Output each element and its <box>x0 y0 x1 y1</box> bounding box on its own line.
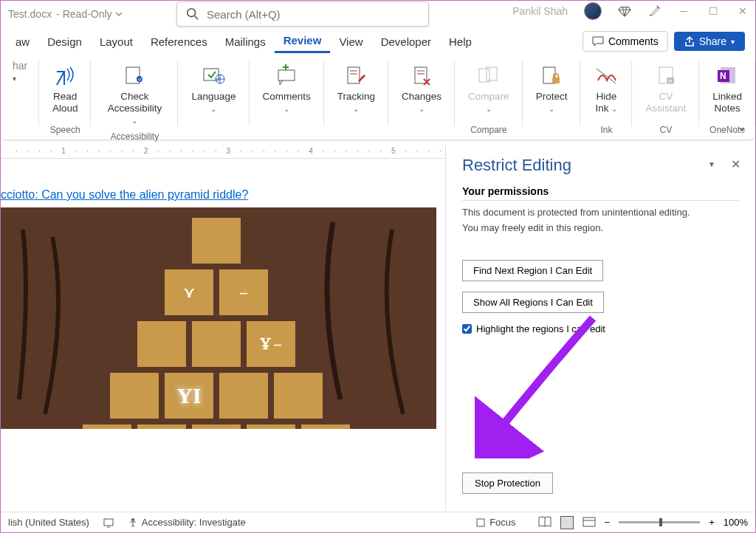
svg-point-0 <box>188 9 196 17</box>
tab-mailings[interactable]: Mailings <box>216 31 275 52</box>
pen-icon[interactable] <box>647 4 661 18</box>
svg-rect-30 <box>583 517 595 526</box>
tab-draw[interactable]: aw <box>7 31 38 52</box>
zoom-slider[interactable] <box>619 521 700 523</box>
read-mode-icon[interactable] <box>538 516 551 529</box>
comments-label: Comments <box>608 35 659 47</box>
tab-layout[interactable]: Layout <box>91 31 142 52</box>
svg-rect-15 <box>479 69 489 82</box>
tracking-button[interactable]: Tracking⌄ <box>330 60 382 117</box>
find-next-region-button[interactable]: Find Next Region I Can Edit <box>462 260 603 281</box>
svg-point-28 <box>131 518 134 521</box>
editor-drop[interactable]: har ▾ <box>13 60 33 83</box>
status-bar: lish (United States) Accessibility: Inve… <box>1 512 755 532</box>
print-layout-icon[interactable] <box>560 516 574 529</box>
permissions-text-2: You may freely edit in this region. <box>462 221 739 236</box>
read-aloud-button[interactable]: ReadAloud <box>45 60 86 117</box>
embedded-image[interactable]: ⋎ – Ұ – ΥI ⋃ ⋎ <box>1 207 436 429</box>
svg-rect-6 <box>278 70 295 80</box>
share-label: Share <box>699 35 726 47</box>
minimize-button[interactable]: ─ <box>677 4 690 18</box>
language-button[interactable]: Language⌄ <box>184 60 243 117</box>
svg-rect-9 <box>348 67 360 83</box>
search-icon <box>186 7 199 21</box>
zoom-out-button[interactable]: − <box>605 517 611 528</box>
permissions-text-1: This document is protected from unintent… <box>462 205 739 221</box>
tab-developer[interactable]: Developer <box>372 31 440 52</box>
share-icon <box>684 36 695 47</box>
pane-options-icon[interactable]: ▼ <box>708 160 715 168</box>
compare-button[interactable]: Compare⌄ <box>461 60 517 117</box>
cv-assistant-button[interactable]: in CVAssistant <box>638 60 693 117</box>
chevron-down-icon: ▾ <box>731 38 735 46</box>
svg-text:N: N <box>720 71 726 81</box>
highlight-label: Highlight the regions I can edit <box>476 323 605 334</box>
zoom-level[interactable]: 100% <box>724 517 748 528</box>
diamond-icon[interactable] <box>618 4 631 18</box>
tab-review[interactable]: Review <box>275 30 331 53</box>
page[interactable]: cciotto: Can you solve the alien pyramid… <box>1 159 445 510</box>
svg-line-1 <box>195 16 199 20</box>
group-label: Accessibility <box>111 130 159 143</box>
chevron-down-icon <box>115 10 123 18</box>
tab-help[interactable]: Help <box>440 31 481 52</box>
display-settings-icon[interactable] <box>103 517 114 529</box>
svg-text:in: in <box>668 78 673 83</box>
group-label: Speech <box>50 123 80 137</box>
highlight-regions-checkbox[interactable]: Highlight the regions I can edit <box>462 323 739 334</box>
zoom-in-button[interactable]: + <box>709 517 715 528</box>
share-button[interactable]: Share ▾ <box>674 32 745 51</box>
collapse-ribbon-icon[interactable]: ⌄ <box>737 120 746 134</box>
group-label: CV <box>659 123 672 137</box>
maximize-button[interactable]: ☐ <box>707 4 720 18</box>
tab-view[interactable]: View <box>330 31 371 52</box>
stop-protection-button[interactable]: Stop Protection <box>462 472 553 494</box>
readonly-label: - Read-Only <box>56 8 111 20</box>
show-all-regions-button[interactable]: Show All Regions I Can Edit <box>462 292 604 313</box>
permissions-heading: Your permissions <box>462 185 739 201</box>
highlight-checkbox-input[interactable] <box>462 324 472 334</box>
svg-rect-26 <box>104 519 113 526</box>
readonly-badge[interactable]: - Read-Only <box>56 8 122 20</box>
language-status[interactable]: lish (United States) <box>8 517 89 528</box>
document-name: Test.docx <box>8 8 52 20</box>
avatar[interactable] <box>584 2 602 20</box>
search-input[interactable] <box>207 8 419 21</box>
changes-button[interactable]: Changes⌄ <box>394 60 449 117</box>
svg-rect-29 <box>477 519 484 526</box>
linked-notes-button[interactable]: N LinkedNotes <box>705 60 749 117</box>
group-label: Compare <box>470 123 506 137</box>
tab-references[interactable]: References <box>142 31 216 52</box>
tab-bar: aw Design Layout References Mailings Rev… <box>1 27 755 55</box>
close-icon[interactable]: ✕ <box>731 157 740 171</box>
close-button[interactable]: ✕ <box>736 4 749 18</box>
hide-ink-button[interactable]: HideInk ⌄ <box>586 60 626 117</box>
comments-button[interactable]: Comments <box>583 31 668 52</box>
svg-point-3 <box>137 76 142 82</box>
web-layout-icon[interactable] <box>583 516 596 529</box>
ribbon: har ▾ ReadAloud Speech CheckAccessibilit… <box>1 55 755 140</box>
check-accessibility-button[interactable]: CheckAccessibility ⌄ <box>97 60 172 130</box>
comment-icon <box>592 36 604 47</box>
user-name: Pankil Shah <box>512 5 568 17</box>
group-label: Ink <box>600 123 612 137</box>
ruler[interactable]: · · · · 1 · · · · · · 2 · · · · · · 3 · … <box>1 144 445 159</box>
comments-ribbon-button[interactable]: Comments⌄ <box>255 60 318 117</box>
accessibility-status[interactable]: Accessibility: Investigate <box>128 517 246 528</box>
pane-title: Restrict Editing <box>462 156 739 175</box>
search-box[interactable] <box>176 1 429 27</box>
document-area: · · · · 1 · · · · · · 2 · · · · · · 3 · … <box>1 144 445 510</box>
riddle-link[interactable]: cciotto: Can you solve the alien pyramid… <box>1 188 430 202</box>
tab-design[interactable]: Design <box>38 31 91 52</box>
svg-rect-18 <box>552 78 560 83</box>
protect-button[interactable]: Protect⌄ <box>529 60 575 117</box>
svg-rect-16 <box>487 67 497 80</box>
restrict-editing-pane: Restrict Editing ▼ ✕ Your permissions Th… <box>445 144 755 510</box>
focus-button[interactable]: Focus <box>475 517 515 528</box>
